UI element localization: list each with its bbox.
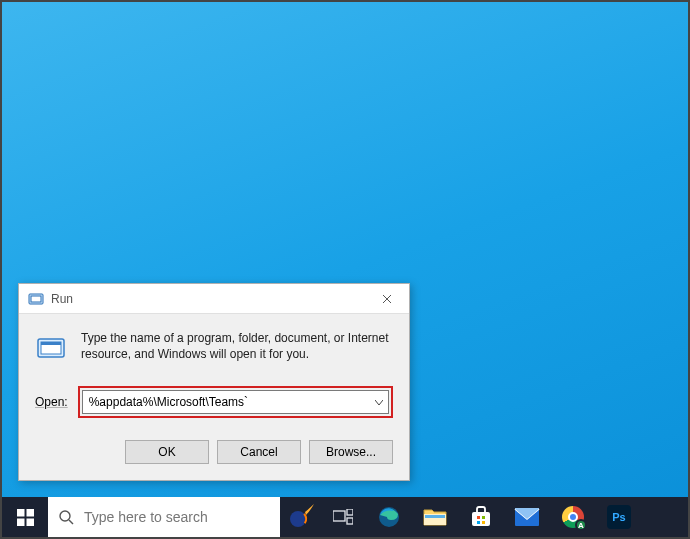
- svg-point-13: [290, 511, 306, 527]
- run-title: Run: [51, 292, 365, 306]
- file-explorer-icon: [423, 507, 447, 527]
- svg-rect-25: [482, 521, 485, 524]
- svg-point-11: [60, 511, 70, 521]
- svg-line-12: [69, 520, 73, 524]
- svg-rect-8: [26, 509, 34, 517]
- chrome-icon: A: [562, 506, 584, 528]
- open-label: Open:: [35, 395, 68, 409]
- edge-button[interactable]: [366, 497, 412, 537]
- close-button[interactable]: [365, 284, 409, 314]
- microsoft-store-button[interactable]: [458, 497, 504, 537]
- microsoft-store-icon: [469, 505, 493, 529]
- svg-rect-1: [31, 296, 41, 302]
- svg-rect-20: [425, 515, 445, 518]
- chrome-button[interactable]: A: [550, 497, 596, 537]
- svg-rect-21: [472, 512, 490, 526]
- svg-rect-10: [26, 518, 34, 526]
- close-icon: [382, 294, 392, 304]
- svg-rect-16: [347, 509, 353, 515]
- open-input[interactable]: [83, 395, 370, 409]
- run-icon: [27, 290, 45, 308]
- start-button[interactable]: [2, 497, 48, 537]
- mail-icon: [514, 507, 540, 527]
- run-icon-large: [35, 332, 69, 366]
- photoshop-icon: Ps: [607, 505, 631, 529]
- svg-rect-7: [17, 509, 25, 517]
- browse-button[interactable]: Browse...: [309, 440, 393, 464]
- cancel-button[interactable]: Cancel: [217, 440, 301, 464]
- run-dialog: Run Type the name of a program, folder, …: [18, 283, 410, 481]
- taskbar: Type here to search: [2, 497, 688, 537]
- svg-rect-23: [482, 516, 485, 519]
- taskview-icon: [333, 509, 353, 525]
- chevron-down-icon[interactable]: [370, 397, 388, 408]
- search-placeholder: Type here to search: [84, 509, 208, 525]
- svg-rect-15: [333, 511, 345, 521]
- search-icon: [58, 509, 74, 525]
- svg-rect-17: [347, 518, 353, 524]
- edge-icon: [377, 505, 401, 529]
- svg-rect-24: [477, 521, 480, 524]
- svg-rect-9: [17, 518, 25, 526]
- taskbar-search[interactable]: Type here to search: [48, 497, 280, 537]
- run-titlebar[interactable]: Run: [19, 284, 409, 314]
- desktop-background: Run Type the name of a program, folder, …: [0, 0, 690, 539]
- highlight-box: [78, 386, 393, 418]
- cortana-button[interactable]: [280, 497, 320, 537]
- cortana-comet-icon: [285, 502, 315, 532]
- taskview-button[interactable]: [320, 497, 366, 537]
- mail-button[interactable]: [504, 497, 550, 537]
- windows-start-icon: [17, 509, 34, 526]
- file-explorer-button[interactable]: [412, 497, 458, 537]
- open-combobox[interactable]: [82, 390, 389, 414]
- run-instruction-text: Type the name of a program, folder, docu…: [81, 330, 393, 362]
- svg-rect-6: [41, 342, 61, 345]
- photoshop-button[interactable]: Ps: [596, 497, 642, 537]
- ok-button[interactable]: OK: [125, 440, 209, 464]
- svg-rect-22: [477, 516, 480, 519]
